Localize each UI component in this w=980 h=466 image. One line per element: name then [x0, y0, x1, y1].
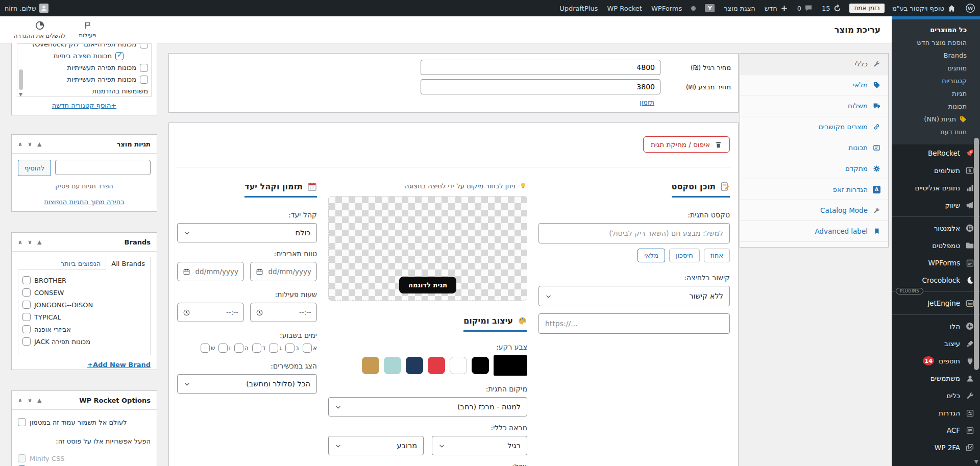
popular-brands-tab[interactable]: הנפוצים ביותר: [56, 257, 106, 270]
brand-checkbox[interactable]: [22, 301, 31, 309]
category-list-scrollbar[interactable]: [19, 69, 23, 90]
brand-checkbox[interactable]: [22, 325, 31, 333]
color-swatch-red[interactable]: [428, 357, 445, 374]
menu-marketing[interactable]: שיווק: [892, 197, 980, 214]
menu-crocoblock[interactable]: Crocoblock: [892, 272, 980, 289]
toggle-indicator-icon[interactable]: ▲: [37, 141, 41, 148]
menu-payments[interactable]: $ תשלומים: [892, 162, 980, 179]
category-checkbox[interactable]: [140, 76, 148, 84]
toggle-indicator-icon[interactable]: ▲: [37, 397, 41, 404]
updates-indicator[interactable]: 15: [817, 0, 847, 16]
add-new-brand-link[interactable]: Add New Brand+: [87, 361, 151, 369]
menu-settings[interactable]: הגדרות: [892, 404, 980, 422]
scrollbar-down-arrow[interactable]: ▼: [974, 458, 978, 465]
submenu-reviews[interactable]: חוות דעת: [892, 126, 980, 138]
tag-position-select[interactable]: למטה - מרכז (רחב): [328, 397, 527, 416]
submenu-all-products[interactable]: כל המוצרים: [892, 23, 980, 36]
menu-wpforms[interactable]: WPForms: [892, 254, 980, 272]
updraftplus-admin-bar-link[interactable]: UpdraftPlus: [555, 0, 602, 16]
link-type-select[interactable]: ללא קישור: [538, 286, 730, 306]
color-swatch-navy[interactable]: [406, 357, 423, 374]
submenu-add-new-product[interactable]: הוספת מוצר חדש: [892, 36, 980, 49]
category-row[interactable]: מכונות תפירה תעשייתיות: [17, 62, 148, 73]
submenu-categories[interactable]: קטגוריות: [892, 75, 980, 87]
menu-wp2fa[interactable]: WP 2FA: [892, 439, 980, 456]
day-checkbox[interactable]: [201, 344, 210, 353]
start-time-input[interactable]: --:--: [250, 303, 317, 322]
menu-appearance[interactable]: עיצוב: [892, 335, 980, 352]
tab-attributes[interactable]: תכונות: [740, 137, 888, 158]
menu-hello[interactable]: הלו: [892, 317, 980, 335]
brand-checkbox[interactable]: [22, 276, 31, 284]
move-up-icon[interactable]: ∧: [18, 397, 22, 404]
link-url-input[interactable]: [538, 313, 730, 334]
regular-price-input[interactable]: [421, 60, 660, 75]
appearance-shape-select[interactable]: מרובע: [328, 436, 424, 455]
tab-shipping[interactable]: משלוח: [740, 95, 888, 116]
choose-popular-tags-link[interactable]: בחירה מתוך התגיות הנפוצות: [44, 198, 125, 206]
day-checkbox[interactable]: [252, 344, 261, 353]
finish-setup-tab[interactable]: להשלים את ההגדרה: [7, 16, 72, 43]
category-checkbox-checked[interactable]: [115, 52, 124, 60]
wp-rocket-admin-bar-link[interactable]: WP Rocket: [602, 0, 647, 16]
weekday-friday[interactable]: ו: [218, 344, 230, 353]
never-cache-checkbox[interactable]: [18, 418, 26, 426]
submenu-attributes[interactable]: תכונות: [892, 100, 980, 113]
day-checkbox[interactable]: [285, 344, 295, 353]
tab-advanced-label[interactable]: Advanced label: [740, 221, 888, 242]
category-row[interactable]: משומשות בהזדמנות: [17, 85, 148, 97]
menu-plugins[interactable]: תוספים 14: [892, 352, 980, 370]
brand-row[interactable]: JONGONG--DISON: [22, 299, 146, 311]
move-down-icon[interactable]: ∨: [28, 397, 32, 404]
color-swatch-gold[interactable]: [362, 357, 379, 374]
weekday-wednesday[interactable]: ד: [252, 344, 266, 353]
stock-quick-button[interactable]: מלאי: [638, 249, 665, 262]
menu-elementor[interactable]: אלמנטור: [892, 219, 980, 237]
current-color-swatch[interactable]: [494, 355, 527, 376]
weekday-sunday[interactable]: א: [303, 344, 317, 353]
add-tag-button[interactable]: להוסיף: [18, 160, 51, 176]
tab-general[interactable]: כללי: [740, 54, 888, 75]
brand-row[interactable]: מכונות תפירה JACK: [22, 335, 146, 348]
wpforms-admin-bar-link[interactable]: WPForms: [647, 0, 687, 16]
move-down-icon[interactable]: ∨: [28, 141, 32, 148]
move-up-icon[interactable]: ∧: [18, 239, 22, 246]
color-swatch-teal[interactable]: [384, 357, 401, 374]
tab-catalog-mode[interactable]: Catalog Mode: [740, 200, 888, 221]
menu-tools[interactable]: כלים: [892, 387, 980, 404]
percent-quick-button[interactable]: אחוז: [704, 249, 730, 262]
all-brands-tab[interactable]: All Brands: [106, 257, 151, 270]
tab-inventory[interactable]: מלאי: [740, 75, 888, 95]
day-checkbox[interactable]: [269, 344, 278, 353]
menu-acf[interactable]: ACF: [892, 422, 980, 439]
brand-checkbox[interactable]: [22, 337, 31, 346]
color-swatch-black[interactable]: [472, 357, 489, 374]
category-checkbox[interactable]: [140, 43, 148, 48]
weekday-thursday[interactable]: ה: [234, 344, 249, 353]
brand-row[interactable]: CONSEW: [22, 286, 146, 299]
never-cache-option[interactable]: לעולם אל תשמור עמוד זה במטמון: [18, 418, 151, 426]
start-date-input[interactable]: dd/mm/yyyy: [250, 262, 317, 281]
new-tag-input[interactable]: [55, 160, 151, 175]
tag-text-input[interactable]: [538, 223, 730, 243]
color-swatch-white[interactable]: [450, 357, 467, 374]
menu-berocket[interactable]: BeRocket: [892, 144, 980, 162]
end-date-input[interactable]: dd/mm/yyyy: [177, 262, 244, 281]
yoast-menu[interactable]: Y: [700, 0, 719, 16]
view-product-link[interactable]: הצגת מוצר: [719, 0, 760, 16]
comments-indicator[interactable]: 0: [793, 0, 817, 16]
submenu-nn-tags[interactable]: תגיות (NN): [892, 113, 980, 126]
savings-quick-button[interactable]: חיסכון: [669, 249, 700, 262]
day-checkbox[interactable]: [234, 344, 243, 353]
tab-advanced[interactable]: מתקדם: [740, 158, 888, 179]
menu-jetengine[interactable]: Jet JetEngine: [892, 295, 980, 312]
day-checkbox[interactable]: [218, 344, 228, 353]
new-content-menu[interactable]: חדש: [760, 0, 793, 16]
weekday-monday[interactable]: ב: [285, 344, 299, 353]
category-row[interactable]: מכונות תפירה תעשייתיות: [17, 73, 148, 85]
site-name-link[interactable]: טופף ויקטור בע"מ: [888, 0, 961, 16]
weekday-tuesday[interactable]: ג: [269, 344, 282, 353]
move-down-icon[interactable]: ∨: [28, 239, 32, 246]
toggle-indicator-icon[interactable]: ▲: [37, 239, 41, 246]
sale-price-input[interactable]: [421, 79, 660, 94]
